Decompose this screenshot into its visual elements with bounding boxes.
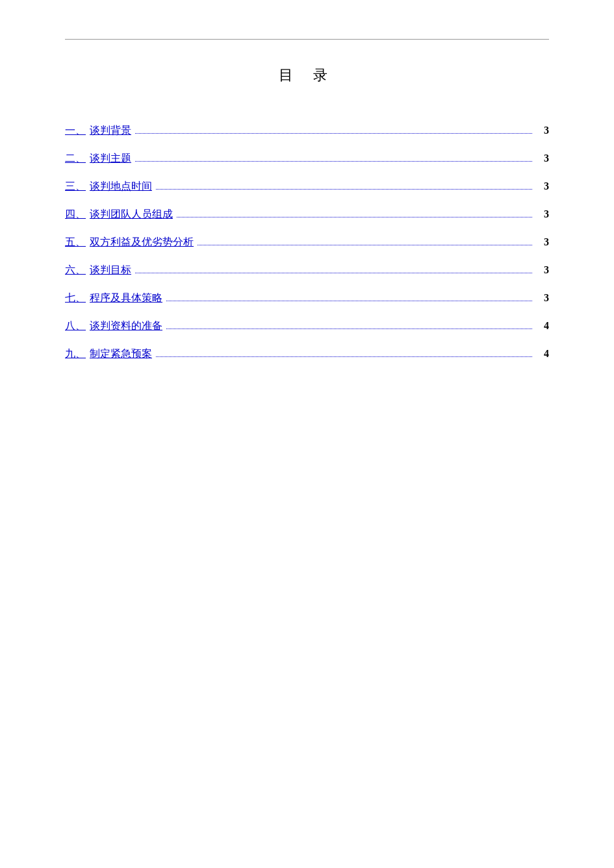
toc-label[interactable]: 制定紧急预案: [90, 347, 152, 361]
toc-num[interactable]: 二、: [65, 152, 90, 166]
toc-dots: [156, 356, 532, 357]
toc-num[interactable]: 九、: [65, 347, 90, 361]
toc-dots: [166, 329, 532, 329]
toc-label[interactable]: 双方利益及优劣势分析: [90, 236, 194, 249]
toc-page: 3: [536, 208, 549, 220]
toc-num[interactable]: 一、: [65, 124, 90, 138]
toc-label[interactable]: 谈判资料的准备: [90, 319, 162, 333]
toc-label[interactable]: 程序及具体策略: [90, 291, 162, 305]
toc-dots: [135, 161, 532, 162]
document-page: 目 录 一、谈判背景3二、谈判主题3三、谈判地点时间3四、谈判团队人员组成3五、…: [0, 0, 614, 868]
toc-page: 3: [536, 292, 549, 304]
toc-dots: [156, 189, 532, 190]
toc-label[interactable]: 谈判团队人员组成: [90, 208, 173, 221]
toc-num[interactable]: 八、: [65, 319, 90, 333]
toc-item: 五、双方利益及优劣势分析3: [65, 236, 549, 249]
toc-num[interactable]: 三、: [65, 180, 90, 193]
toc-page: 3: [536, 236, 549, 248]
toc-num[interactable]: 五、: [65, 236, 90, 249]
toc-page: 4: [536, 348, 549, 360]
toc-item: 九、制定紧急预案4: [65, 347, 549, 361]
toc-num[interactable]: 六、: [65, 264, 90, 277]
toc-page: 3: [536, 125, 549, 136]
toc-page: 3: [536, 153, 549, 164]
toc-label[interactable]: 谈判目标: [90, 264, 131, 277]
toc-page: 3: [536, 180, 549, 192]
toc-item: 一、谈判背景3: [65, 124, 549, 138]
toc-num[interactable]: 七、: [65, 291, 90, 305]
toc-item: 六、谈判目标3: [65, 264, 549, 277]
toc-dots: [135, 273, 532, 273]
toc-list: 一、谈判背景3二、谈判主题3三、谈判地点时间3四、谈判团队人员组成3五、双方利益…: [65, 124, 549, 361]
page-title: 目 录: [65, 66, 549, 85]
toc-dots: [198, 245, 532, 245]
toc-item: 七、程序及具体策略3: [65, 291, 549, 305]
top-border: [65, 39, 549, 40]
toc-num[interactable]: 四、: [65, 208, 90, 221]
toc-item: 二、谈判主题3: [65, 152, 549, 166]
toc-page: 4: [536, 320, 549, 332]
toc-item: 四、谈判团队人员组成3: [65, 208, 549, 221]
toc-page: 3: [536, 264, 549, 276]
toc-dots: [177, 217, 532, 217]
toc-label[interactable]: 谈判主题: [90, 152, 131, 166]
toc-item: 三、谈判地点时间3: [65, 180, 549, 193]
toc-label[interactable]: 谈判地点时间: [90, 180, 152, 193]
toc-dots: [135, 133, 532, 134]
toc-label[interactable]: 谈判背景: [90, 124, 131, 138]
toc-dots: [166, 301, 532, 301]
toc-item: 八、谈判资料的准备4: [65, 319, 549, 333]
